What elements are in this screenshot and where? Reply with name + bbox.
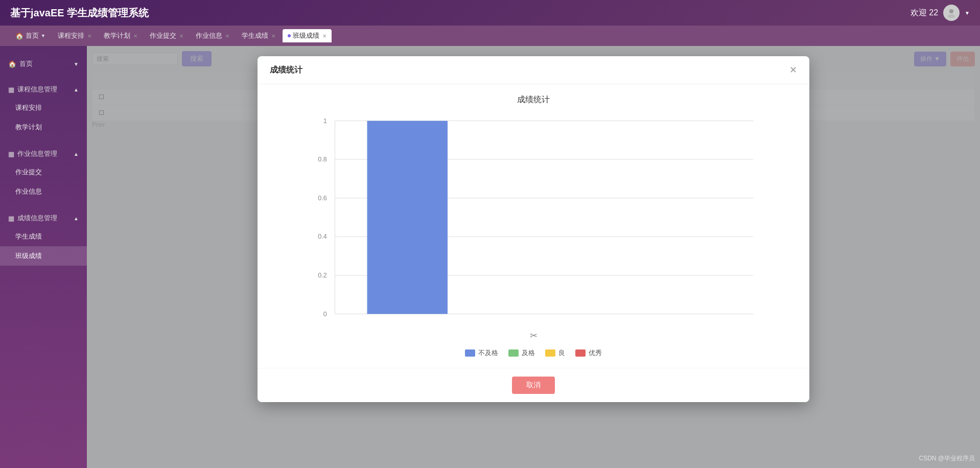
tab-close-icon[interactable]: ✕	[87, 33, 91, 39]
sidebar-item-homework-submit[interactable]: 作业提交	[0, 162, 87, 182]
tab-home[interactable]: 🏠 首页 ▼	[10, 29, 51, 42]
svg-point-1	[948, 14, 955, 18]
header-right: 欢迎 22 ▼	[911, 5, 970, 21]
tab-class-score[interactable]: 班级成绩 ✕	[283, 29, 332, 42]
sidebar-score-section: ▦ 成绩信息管理 ▲ 学生成绩 班级成绩	[0, 205, 87, 270]
modal-overlay: 成绩统计 ✕ 成绩统计 0 0.2	[87, 46, 980, 468]
svg-text:0.8: 0.8	[318, 156, 327, 163]
sidebar-item-class-score[interactable]: 班级成绩	[0, 246, 87, 266]
legend-item-liang: 良	[545, 348, 565, 358]
cancel-button[interactable]: 取消	[512, 377, 555, 394]
welcome-text: 欢迎 22	[911, 8, 938, 18]
chart-title: 成绩统计	[270, 95, 797, 105]
svg-text:0: 0	[323, 311, 327, 318]
svg-text:1: 1	[323, 118, 327, 125]
svg-point-0	[949, 9, 953, 13]
sidebar: 🏠 首页 ▼ ▦ 课程信息管理 ▲ 课程安排 教学计划 ▦ 作业信息管理 ▲ 作…	[0, 46, 87, 468]
legend-color-liang	[545, 349, 555, 357]
tab-close-icon[interactable]: ✕	[133, 33, 137, 39]
active-tab-dot	[288, 34, 291, 37]
bar-bujiage	[367, 121, 448, 314]
chart-area: 0 0.2 0.4 0.6 0.8	[270, 115, 797, 330]
legend-item-bujiage: 不及格	[465, 348, 498, 358]
legend-color-bujiage	[465, 349, 475, 357]
chevron-up-icon: ▲	[74, 87, 79, 92]
sidebar-item-student-score[interactable]: 学生成绩	[0, 227, 87, 246]
legend-color-jiage	[508, 349, 519, 357]
legend-item-jiage: 及格	[508, 348, 535, 358]
grid-icon: ▦	[8, 86, 14, 93]
legend-item-youxiu: 优秀	[575, 348, 602, 358]
sidebar-home-section: 🏠 首页 ▼	[0, 51, 87, 77]
modal-footer: 取消	[258, 368, 809, 402]
sidebar-item-course-schedule[interactable]: 课程安排	[0, 98, 87, 118]
scissors-icon: ✂	[530, 330, 538, 341]
sidebar-item-teaching-plan[interactable]: 教学计划	[0, 118, 87, 137]
svg-text:0.2: 0.2	[318, 272, 327, 279]
chevron-down-icon[interactable]: ▼	[41, 33, 45, 38]
sidebar-home[interactable]: 🏠 首页 ▼	[0, 55, 87, 73]
sidebar-score-header[interactable]: ▦ 成绩信息管理 ▲	[0, 209, 87, 227]
sidebar-homework-section: ▦ 作业信息管理 ▲ 作业提交 作业信息	[0, 141, 87, 205]
chart-legend: 不及格 及格 良 优秀	[465, 348, 602, 358]
svg-text:0.6: 0.6	[318, 195, 327, 202]
avatar[interactable]	[943, 5, 960, 21]
modal-close-button[interactable]: ✕	[789, 64, 797, 76]
sidebar-course-section: ▦ 课程信息管理 ▲ 课程安排 教学计划	[0, 77, 87, 141]
chevron-up-icon: ▲	[74, 216, 79, 221]
legend-color-youxiu	[575, 349, 586, 357]
tab-teaching-plan[interactable]: 教学计划 ✕	[99, 29, 143, 42]
modal-body: 成绩统计 0 0.2 0.4	[258, 84, 809, 368]
svg-text:0.4: 0.4	[318, 233, 327, 241]
header: 基于javaEE 学生成绩管理系统 欢迎 22 ▼	[0, 0, 980, 26]
chevron-down-icon[interactable]: ▼	[965, 10, 970, 16]
app-title: 基于javaEE 学生成绩管理系统	[10, 6, 149, 20]
main-content: 搜索 操作 ▼ 评估 ☐ 序号 ☐ ☐ Prev	[87, 46, 980, 468]
tab-homework-submit[interactable]: 作业提交 ✕	[145, 29, 189, 42]
chevron-up-icon: ▲	[74, 151, 79, 157]
grid-icon: ▦	[8, 215, 14, 222]
main-layout: 🏠 首页 ▼ ▦ 课程信息管理 ▲ 课程安排 教学计划 ▦ 作业信息管理 ▲ 作…	[0, 46, 980, 468]
tab-close-icon[interactable]: ✕	[225, 33, 229, 39]
bar-chart: 0 0.2 0.4 0.6 0.8	[270, 115, 797, 330]
modal-title: 成绩统计	[270, 65, 302, 76]
grid-icon: ▦	[8, 150, 14, 158]
chevron-down-icon: ▼	[74, 61, 79, 67]
home-icon: 🏠	[15, 32, 24, 40]
sidebar-homework-header[interactable]: ▦ 作业信息管理 ▲	[0, 145, 87, 162]
score-stats-modal: 成绩统计 ✕ 成绩统计 0 0.2	[258, 56, 809, 402]
tab-close-icon[interactable]: ✕	[179, 33, 183, 39]
tab-close-icon[interactable]: ✕	[322, 33, 326, 39]
watermark: CSDN @毕业程序员	[919, 454, 975, 463]
tab-bar: 🏠 首页 ▼ 课程安排 ✕ 教学计划 ✕ 作业提交 ✕ 作业信息 ✕ 学生成绩 …	[0, 26, 980, 46]
tab-student-score[interactable]: 学生成绩 ✕	[237, 29, 281, 42]
home-icon: 🏠	[8, 60, 16, 68]
tab-close-icon[interactable]: ✕	[271, 33, 275, 39]
sidebar-item-homework-info[interactable]: 作业信息	[0, 182, 87, 201]
sidebar-course-header[interactable]: ▦ 课程信息管理 ▲	[0, 81, 87, 98]
tab-homework-info[interactable]: 作业信息 ✕	[191, 29, 235, 42]
tab-course-schedule[interactable]: 课程安排 ✕	[53, 29, 97, 42]
modal-header: 成绩统计 ✕	[258, 56, 809, 84]
